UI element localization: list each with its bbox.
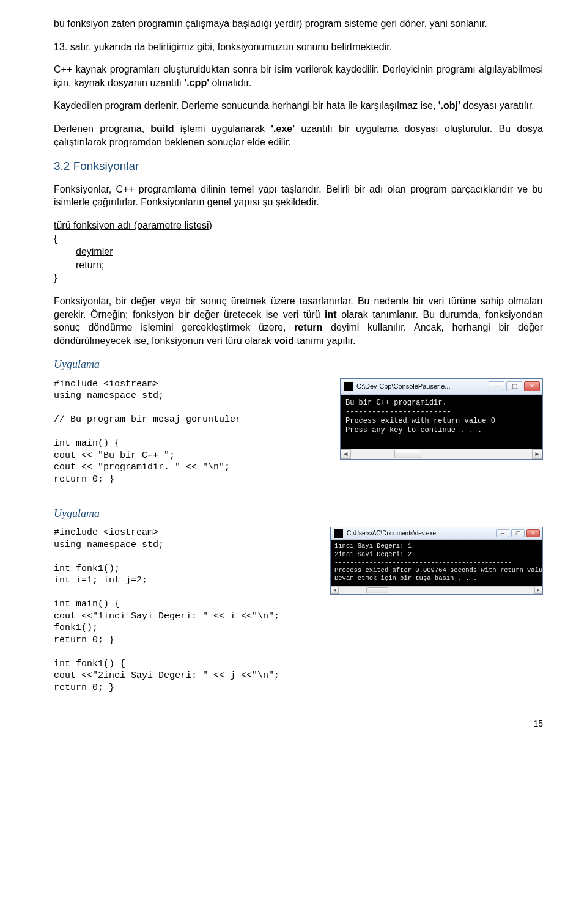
example-row: #include <iostream> using namespace std;… bbox=[54, 527, 543, 702]
horizontal-scrollbar[interactable]: ◄ ► bbox=[341, 449, 542, 459]
section-heading: 3.2 Fonksiyonlar bbox=[54, 158, 543, 174]
console-output: 1inci Sayi Degeri: 1 2inci Sayi Degeri: … bbox=[331, 540, 542, 586]
paragraph: Fonksiyonlar, C++ programlama dilinin te… bbox=[54, 183, 543, 209]
code-block: #include <iostream> using namespace std;… bbox=[54, 527, 318, 694]
close-button[interactable]: ✕ bbox=[526, 529, 540, 537]
window-titlebar: C:\Dev-Cpp\ConsolePauser.e... ─ ▢ ✕ bbox=[341, 379, 542, 395]
syntax-line: türü fonksiyon adı (parametre listesi) bbox=[54, 220, 212, 230]
horizontal-scrollbar[interactable]: ◄ ► bbox=[331, 586, 542, 594]
minimize-button[interactable]: ─ bbox=[496, 529, 509, 537]
text: C++ kaynak programları oluşturulduktan s… bbox=[54, 64, 543, 88]
paragraph: Kaydedilen program derlenir. Derleme son… bbox=[54, 99, 543, 112]
scroll-track[interactable] bbox=[339, 587, 534, 594]
scroll-thumb[interactable] bbox=[394, 450, 421, 458]
text-bold: return bbox=[294, 322, 322, 332]
text-bold: '.exe' bbox=[271, 123, 295, 134]
text-bold: '.cpp' bbox=[184, 78, 209, 88]
scroll-left-arrow[interactable]: ◄ bbox=[331, 587, 339, 594]
window-titlebar: C:\Users\AC\Documents\dev.exe ─ ▢ ✕ bbox=[331, 527, 542, 540]
window-title: C:\Dev-Cpp\ConsolePauser.e... bbox=[356, 382, 485, 391]
maximize-button[interactable]: ▢ bbox=[506, 381, 522, 391]
text-bold: void bbox=[274, 336, 294, 346]
example-row: #include <iostream> using namespace std;… bbox=[54, 378, 543, 494]
text: Derlenen programa, bbox=[54, 123, 150, 134]
paragraph: 13. satır, yukarıda da belirtiğimiz gibi… bbox=[54, 40, 543, 54]
syntax-indent: deyimler bbox=[54, 245, 113, 258]
example-heading: Uygulama bbox=[54, 357, 543, 372]
window-icon bbox=[334, 529, 343, 538]
syntax-definition: türü fonksiyon adı (parametre listesi) {… bbox=[54, 219, 543, 285]
paragraph: C++ kaynak programları oluşturulduktan s… bbox=[54, 63, 543, 89]
text-bold: '.obj' bbox=[438, 100, 460, 111]
text: olmalıdır. bbox=[209, 78, 251, 88]
text: işlemi uygulanarak bbox=[174, 123, 271, 134]
code-block: #include <iostream> using namespace std;… bbox=[54, 378, 328, 486]
console-window: C:\Dev-Cpp\ConsolePauser.e... ─ ▢ ✕ Bu b… bbox=[340, 378, 543, 460]
window-title: C:\Users\AC\Documents\dev.exe bbox=[347, 529, 492, 538]
text: dosyası yaratılır. bbox=[460, 100, 534, 111]
syntax-indent: return; bbox=[54, 258, 543, 272]
console-output: Bu bir C++ programidir. ----------------… bbox=[341, 395, 542, 449]
text: Kaydedilen program derlenir. Derleme son… bbox=[54, 100, 438, 111]
window-icon bbox=[344, 382, 353, 391]
maximize-button[interactable]: ▢ bbox=[511, 529, 525, 537]
window-buttons: ─ ▢ ✕ bbox=[496, 529, 540, 537]
scroll-right-arrow[interactable]: ► bbox=[532, 449, 542, 459]
scroll-left-arrow[interactable]: ◄ bbox=[341, 449, 351, 459]
syntax-brace-open: { bbox=[54, 232, 543, 246]
scroll-thumb[interactable] bbox=[366, 587, 388, 593]
minimize-button[interactable]: ─ bbox=[489, 381, 504, 391]
close-button[interactable]: ✕ bbox=[524, 381, 540, 391]
console-window: C:\Users\AC\Documents\dev.exe ─ ▢ ✕ 1inc… bbox=[330, 527, 543, 595]
text: tanımı yapılır. bbox=[294, 336, 355, 346]
scroll-track[interactable] bbox=[351, 449, 532, 459]
paragraph: Derlenen programa, build işlemi uygulana… bbox=[54, 122, 543, 148]
syntax-brace-close: } bbox=[54, 271, 543, 285]
example-heading: Uygulama bbox=[54, 506, 543, 521]
text-bold: build bbox=[150, 123, 174, 134]
paragraph: bu fonksiyon zaten programın çalışmaya b… bbox=[54, 17, 543, 31]
scroll-right-arrow[interactable]: ► bbox=[534, 587, 542, 594]
paragraph: Fonksiyonlar, bir değer veya bir sonuç ü… bbox=[54, 295, 543, 347]
window-buttons: ─ ▢ ✕ bbox=[489, 381, 540, 391]
page-number: 15 bbox=[54, 718, 543, 730]
text-bold: int bbox=[325, 309, 337, 320]
